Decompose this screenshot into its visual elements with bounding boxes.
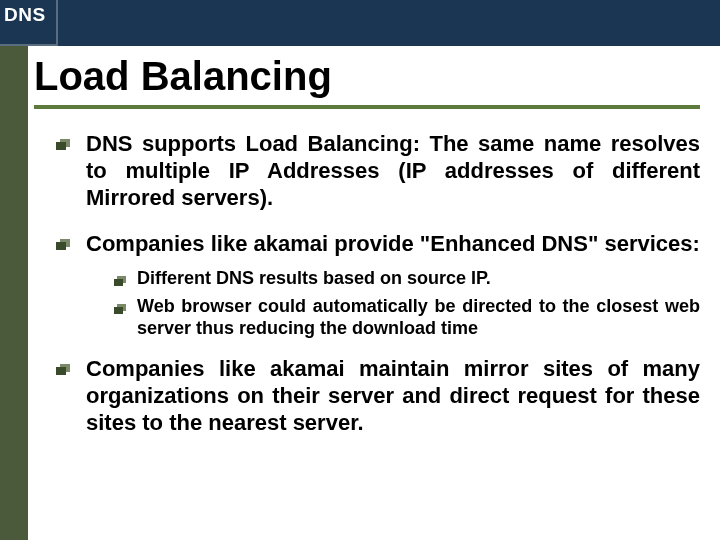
svg-rect-5 xyxy=(114,279,123,286)
box-bullet-icon xyxy=(56,361,76,436)
bullet-text: Web browser could automatically be direc… xyxy=(137,296,700,340)
list-item: Web browser could automatically be direc… xyxy=(114,296,700,340)
box-bullet-icon xyxy=(56,136,76,211)
svg-rect-9 xyxy=(56,367,66,375)
box-bullet-icon xyxy=(114,272,129,290)
slide: DNS Load Balancing DNS supports Load Bal… xyxy=(0,0,720,540)
list-item: DNS supports Load Balancing: The same na… xyxy=(56,131,700,211)
svg-rect-1 xyxy=(56,142,66,150)
list-item: Companies like akamai provide "Enhanced … xyxy=(56,231,700,258)
bullet-text: Companies like akamai maintain mirror si… xyxy=(86,356,700,436)
header-label: DNS xyxy=(0,0,58,46)
list-item: Different DNS results based on source IP… xyxy=(114,268,700,290)
svg-rect-7 xyxy=(114,307,123,314)
bullet-text: Companies like akamai provide "Enhanced … xyxy=(86,231,700,258)
box-bullet-icon xyxy=(56,236,76,258)
list-item: Companies like akamai maintain mirror si… xyxy=(56,356,700,436)
page-title: Load Balancing xyxy=(34,54,700,109)
bullet-text: DNS supports Load Balancing: The same na… xyxy=(86,131,700,211)
box-bullet-icon xyxy=(114,300,129,340)
content-area: Load Balancing DNS supports Load Balanci… xyxy=(32,54,700,457)
side-strip xyxy=(0,46,28,540)
sub-bullet-list: Different DNS results based on source IP… xyxy=(114,268,700,340)
bullet-text: Different DNS results based on source IP… xyxy=(137,268,700,290)
svg-rect-3 xyxy=(56,242,66,250)
header-bar: DNS xyxy=(0,0,720,46)
bullet-list: DNS supports Load Balancing: The same na… xyxy=(56,131,700,437)
